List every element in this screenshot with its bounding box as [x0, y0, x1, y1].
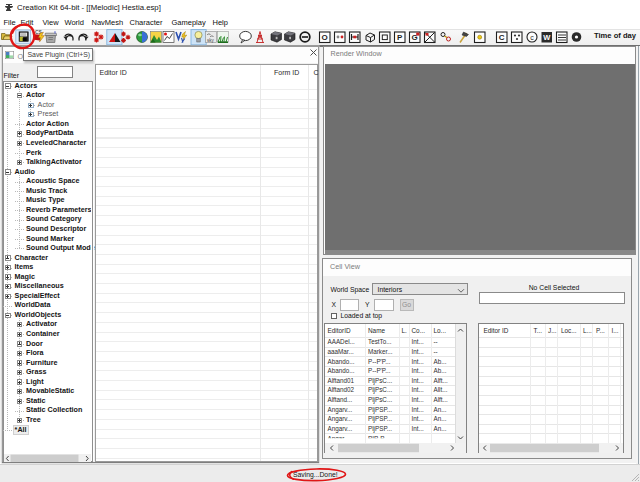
svg-text:C: C — [499, 33, 505, 42]
svg-text:O: O — [322, 33, 328, 42]
svg-text:sky: sky — [207, 38, 215, 43]
svg-text:W: W — [543, 33, 551, 42]
svg-text:P: P — [397, 33, 403, 42]
svg-text:c: c — [530, 34, 534, 41]
